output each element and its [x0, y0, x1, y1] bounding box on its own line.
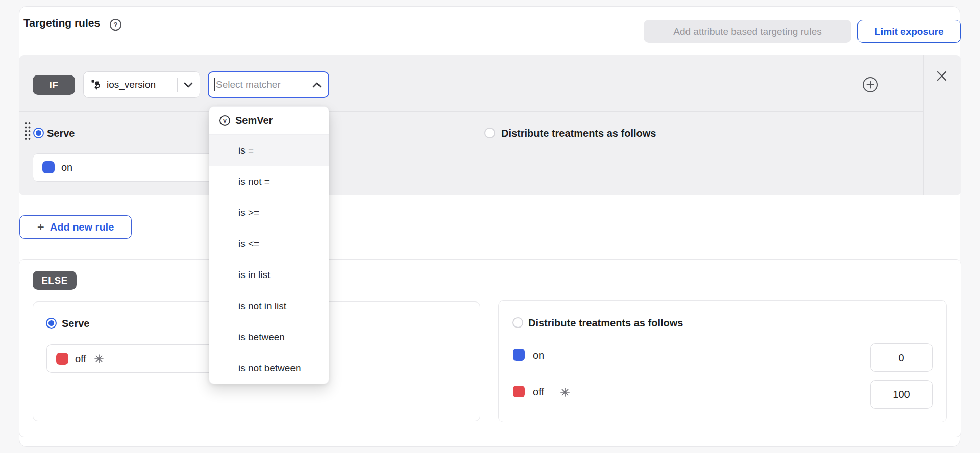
add-attribute-rules-label: Add attribute based targeting rules: [673, 26, 821, 37]
matcher-option-is-between[interactable]: is between: [209, 321, 329, 353]
else-distribute-radio[interactable]: [512, 317, 523, 328]
matcher-option-is-not-equal[interactable]: is not =: [209, 166, 329, 197]
treatment-on-name: on: [61, 162, 72, 173]
matcher-placeholder: Select matcher: [216, 79, 312, 90]
serve-radio-selected[interactable]: [33, 128, 44, 138]
matcher-option-is-not-in-list[interactable]: is not in list: [209, 290, 329, 321]
text-caret: [214, 78, 215, 91]
rule-card-vertical-divider: [923, 55, 924, 195]
distribution-on-input[interactable]: 0: [870, 343, 933, 372]
matcher-option-is-gte[interactable]: is >=: [209, 197, 329, 228]
matcher-option-is-equal[interactable]: is =: [209, 135, 329, 166]
matcher-group-label: SemVer: [235, 115, 273, 127]
distribution-off-value: 100: [893, 389, 910, 400]
distribution-off-swatch: [513, 386, 525, 397]
else-badge: ELSE: [33, 271, 77, 290]
add-new-rule-button[interactable]: + Add new rule: [19, 215, 132, 239]
question-glyph: ?: [114, 21, 118, 29]
attribute-select-divider: [177, 78, 178, 92]
serve-label: Serve: [47, 127, 75, 139]
distribution-off-input[interactable]: 100: [870, 380, 933, 409]
svg-text:V: V: [223, 117, 227, 123]
else-serve-label: Serve: [62, 317, 90, 330]
plus-icon: +: [37, 221, 44, 233]
distribute-label: Distribute treatments as follows: [501, 127, 656, 139]
add-new-rule-label: Add new rule: [50, 221, 114, 233]
matcher-dropdown: V SemVer is = is not = is >= is <= is in…: [209, 106, 329, 384]
chevron-up-icon[interactable]: [312, 82, 322, 88]
matcher-option-is-in-list[interactable]: is in list: [209, 259, 329, 290]
default-treatment-asterisk-icon: [559, 387, 571, 398]
question-circle-icon[interactable]: ?: [110, 19, 121, 31]
default-treatment-asterisk-icon: [93, 353, 105, 364]
limit-exposure-label: Limit exposure: [874, 26, 943, 37]
treatment-off-name: off: [75, 353, 86, 365]
rule-card-horizontal-divider: [19, 111, 923, 112]
matcher-select-input[interactable]: Select matcher: [208, 71, 329, 98]
chevron-down-icon[interactable]: [183, 82, 193, 88]
distribution-off-name: off: [533, 386, 544, 398]
attribute-value: ios_version: [107, 79, 177, 90]
distribution-on-value: 0: [898, 352, 904, 364]
treatment-on-swatch: [42, 161, 55, 173]
targeting-rules-page: Targeting rules ? Add attribute based ta…: [0, 0, 980, 453]
plus-circle-icon[interactable]: [862, 77, 878, 93]
drag-handle-icon[interactable]: [23, 121, 32, 141]
version-circle-icon: V: [219, 115, 231, 127]
else-distribute-label: Distribute treatments as follows: [528, 317, 683, 329]
close-icon[interactable]: [936, 70, 948, 82]
matcher-group-header: V SemVer: [209, 107, 329, 135]
attribute-icon: [90, 79, 103, 91]
matcher-option-is-lte[interactable]: is <=: [209, 228, 329, 259]
distribute-radio[interactable]: [484, 128, 495, 138]
distribution-on-name: on: [533, 349, 544, 361]
attribute-select[interactable]: ios_version: [83, 71, 200, 98]
limit-exposure-button[interactable]: Limit exposure: [857, 20, 961, 43]
add-attribute-rules-button[interactable]: Add attribute based targeting rules: [644, 20, 851, 43]
page-title: Targeting rules: [23, 17, 100, 29]
else-serve-radio-selected[interactable]: [46, 318, 57, 329]
if-badge: IF: [33, 75, 75, 95]
distribution-on-swatch: [513, 349, 525, 361]
treatment-off-swatch: [56, 353, 68, 365]
matcher-option-is-not-between[interactable]: is not between: [209, 353, 329, 384]
